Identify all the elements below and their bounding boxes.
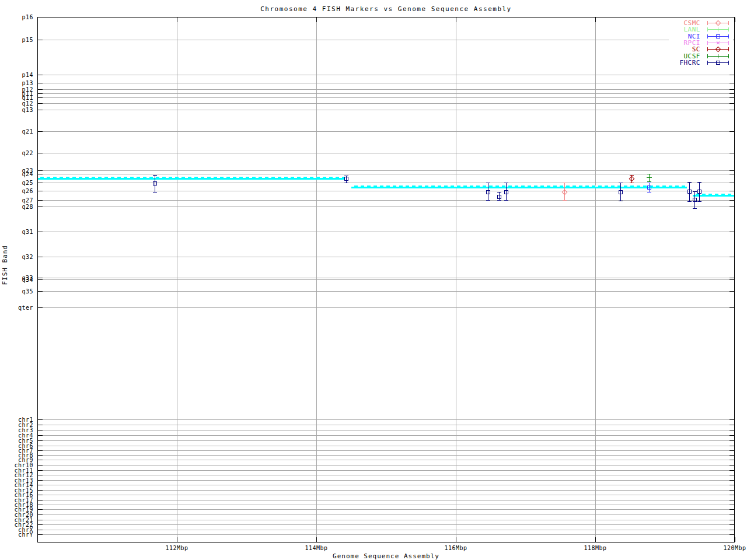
legend-marker-plus [718, 54, 718, 58]
y-gridline [37, 435, 735, 436]
y-tick-label: p14 [0, 72, 33, 78]
error-bar-cap-top [687, 182, 692, 183]
x-tick-label: 116Mbp [444, 545, 467, 551]
y-gridline [37, 206, 735, 207]
y-tick-label: q24 [0, 171, 33, 177]
y-tick-right [729, 435, 734, 436]
error-bar-cap-top [344, 176, 348, 176]
y-tick-label: q35 [0, 288, 33, 295]
x-gridline [316, 17, 317, 542]
data-point-square [697, 190, 701, 194]
y-gridline [37, 170, 735, 171]
legend-sample-cap [707, 21, 708, 25]
y-tick-label: q12 [0, 100, 33, 107]
x-tick-bottom [735, 537, 735, 542]
y-gridline [37, 83, 735, 83]
y-tick-right [729, 291, 734, 292]
assembly-band [37, 177, 344, 180]
y-tick-right [729, 465, 734, 466]
y-tick-left [38, 279, 43, 280]
y-tick-right [729, 520, 734, 520]
legend-sample-cap [728, 34, 729, 38]
y-tick-label: p15 [0, 37, 33, 43]
y-tick-left [38, 514, 43, 515]
x-tick-label: 112Mbp [165, 545, 188, 551]
x-axis-title: Genome Sequence Assembly [37, 552, 735, 560]
y-tick-label: q27 [0, 197, 33, 204]
y-tick-right [729, 419, 734, 420]
y-gridline [37, 509, 735, 510]
error-bar-cap-top [486, 183, 490, 183]
y-tick-right [729, 89, 734, 90]
legend-item-ucsf: UCSF [645, 53, 733, 60]
y-gridline [37, 465, 735, 466]
y-tick-left [38, 435, 43, 436]
y-tick-left [38, 460, 43, 460]
x-tick-label: 120Mbp [723, 545, 746, 551]
data-point-square [504, 190, 508, 194]
y-tick-left [38, 200, 43, 201]
legend-sample-cap [707, 47, 708, 51]
y-tick-right [729, 430, 734, 430]
legend-marker-square [716, 61, 720, 65]
legend-marker-diamond [715, 47, 721, 52]
y-tick-left [38, 520, 43, 520]
y-tick-label: chrY [0, 531, 33, 538]
legend-sample-cap [728, 54, 729, 58]
y-gridline [37, 257, 735, 257]
y-tick-left [38, 153, 43, 153]
y-tick-left [38, 500, 43, 501]
y-tick-left [38, 170, 43, 171]
x-tick-label: 114Mbp [305, 545, 327, 551]
error-bar-cap-bottom [697, 201, 701, 202]
y-tick-left [38, 534, 43, 535]
y-tick-left [38, 291, 43, 292]
x-tick-bottom [456, 537, 456, 542]
y-tick-label: q25 [0, 180, 33, 186]
y-tick-right [729, 206, 734, 207]
y-tick-left [38, 206, 43, 207]
legend-sample-cap [707, 54, 708, 58]
legend-sample-cap [728, 61, 729, 65]
error-bar-cap-bottom [687, 201, 692, 202]
y-tick-left [38, 530, 43, 530]
y-tick-right [729, 278, 734, 278]
y-gridline [37, 505, 735, 505]
y-gridline [37, 450, 735, 451]
legend-label: UCSF [684, 53, 701, 60]
legend-sample-cap [707, 61, 708, 65]
x-tick-bottom [316, 537, 317, 542]
y-tick-left [38, 455, 43, 456]
legend-sample-cap [728, 41, 729, 45]
y-tick-left [38, 89, 43, 90]
y-gridline [37, 419, 735, 420]
y-gridline [37, 279, 735, 280]
legend-sample-cap [728, 47, 729, 51]
error-bar-cap-top [563, 183, 567, 183]
y-tick-right [729, 257, 734, 257]
y-tick-left [38, 505, 43, 505]
y-tick-right [729, 490, 734, 491]
y-tick-right [729, 200, 734, 201]
y-tick-right [729, 514, 734, 515]
y-gridline [37, 495, 735, 495]
y-gridline [37, 520, 735, 520]
y-tick-right [729, 485, 734, 485]
y-tick-left [38, 183, 43, 183]
y-tick-left [38, 174, 43, 174]
y-tick-left [38, 524, 43, 525]
error-bar-cap-bottom [647, 192, 651, 192]
legend-item-fhcrc: FHCRC [645, 60, 733, 66]
y-tick-label: q34 [0, 276, 33, 283]
y-gridline [37, 153, 735, 153]
data-point-square [647, 186, 651, 190]
y-tick-left [38, 480, 43, 481]
y-tick-right [729, 524, 734, 525]
y-tick-right [729, 17, 734, 18]
y-tick-left [38, 485, 43, 485]
y-tick-left [38, 17, 43, 18]
error-bar-cap-bottom [619, 201, 623, 201]
y-tick-left [38, 475, 43, 475]
legend-marker-diamond [715, 20, 721, 26]
y-tick-left [38, 278, 43, 278]
